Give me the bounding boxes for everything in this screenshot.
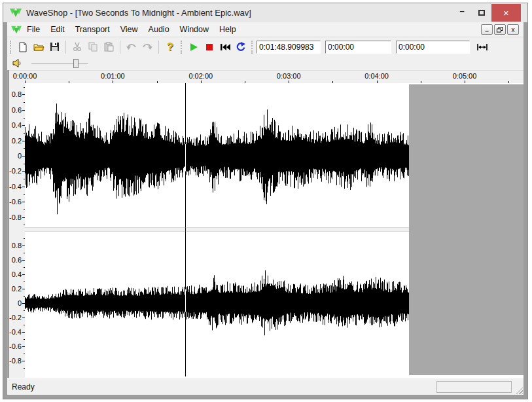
- menu-item-edit[interactable]: Edit: [45, 22, 70, 37]
- ruler-label: 0:02:00: [188, 72, 213, 80]
- mdi-restore-button[interactable]: [494, 24, 506, 35]
- amplitude-label: -0.6: [9, 198, 22, 206]
- menu-item-help[interactable]: Help: [214, 22, 241, 37]
- mdi-close-icon: x: [512, 26, 515, 33]
- redo-button[interactable]: [139, 39, 155, 55]
- wave-view[interactable]: [25, 83, 523, 378]
- client-area: File Edit Transport View Audio Window He…: [7, 22, 523, 395]
- toolbar-separator: [120, 41, 120, 54]
- ruler-label: 0:05:00: [453, 72, 477, 80]
- selection-start-field[interactable]: [325, 41, 391, 54]
- redo-arrow-icon: [142, 43, 152, 51]
- amplitude-label: 0.4: [12, 121, 22, 129]
- copy-icon: [88, 42, 98, 52]
- toolbar-gripper[interactable]: [10, 41, 12, 54]
- amplitude-label: -0.8: [9, 357, 22, 365]
- open-folder-icon: [33, 42, 44, 52]
- volume-bar: [7, 56, 523, 70]
- amplitude-label: 0: [18, 152, 22, 160]
- volume-track: [31, 63, 88, 64]
- loop-button[interactable]: [233, 39, 249, 55]
- playback-cursor[interactable]: [185, 83, 186, 376]
- rewind-icon: [220, 43, 231, 51]
- maximize-button[interactable]: [472, 4, 491, 22]
- loop-icon: [236, 42, 246, 52]
- document-system-menu-icon[interactable]: [11, 26, 22, 34]
- time-ruler[interactable]: 0:00:000:01:000:02:000:03:000:04:000:05:…: [7, 70, 523, 83]
- mdi-close-button[interactable]: x: [507, 24, 519, 35]
- volume-thumb[interactable]: [73, 59, 79, 68]
- menu-item-file[interactable]: File: [22, 22, 45, 37]
- status-bar: Ready: [7, 378, 523, 395]
- amplitude-label: -0.6: [9, 342, 22, 350]
- open-button[interactable]: [31, 39, 46, 55]
- amplitude-label: -0.2: [9, 167, 22, 175]
- close-button[interactable]: ×: [491, 4, 521, 22]
- volume-button[interactable]: [9, 56, 25, 71]
- menu-item-transport[interactable]: Transport: [70, 22, 115, 37]
- amplitude-label: 0.6: [12, 256, 22, 264]
- minimize-button[interactable]: –: [452, 4, 472, 22]
- paste-button[interactable]: [101, 39, 116, 55]
- ruler-label: 0:00:00: [13, 72, 37, 80]
- maximize-icon: [478, 10, 485, 16]
- speaker-icon: [12, 59, 22, 67]
- time-toolbar-gripper[interactable]: [251, 41, 253, 54]
- total-length-button[interactable]: [474, 39, 490, 55]
- undo-button[interactable]: [124, 39, 139, 55]
- save-floppy-icon: [50, 42, 60, 52]
- cut-scissors-icon: [73, 42, 82, 52]
- main-toolbar: ?: [7, 37, 523, 56]
- paste-clipboard-icon: [104, 42, 114, 52]
- amplitude-label: -0.4: [9, 183, 22, 191]
- amplitude-label: 0.2: [12, 137, 22, 145]
- position-field[interactable]: [257, 41, 321, 54]
- play-button[interactable]: [186, 39, 202, 55]
- waveshop-logo-icon: [10, 8, 22, 18]
- ruler-label: 0:04:00: [364, 72, 389, 80]
- transport-toolbar-gripper[interactable]: [181, 41, 183, 54]
- ruler-label: 0:01:00: [101, 72, 125, 80]
- amplitude-label: 0.6: [12, 106, 22, 114]
- stop-icon: [205, 43, 213, 51]
- selection-length-field[interactable]: [396, 41, 470, 54]
- toolbar-separator: [65, 41, 66, 54]
- volume-slider[interactable]: [31, 58, 88, 69]
- save-button[interactable]: [46, 39, 62, 55]
- rewind-button[interactable]: [217, 39, 233, 55]
- stop-button[interactable]: [202, 39, 217, 55]
- ruler-label: 0:03:00: [277, 72, 301, 80]
- new-button[interactable]: [15, 39, 31, 55]
- amplitude-label: -0.2: [9, 314, 22, 321]
- status-message: Ready: [12, 382, 35, 392]
- menu-item-audio[interactable]: Audio: [143, 22, 175, 37]
- amplitude-label: 0.8: [12, 242, 22, 249]
- play-icon: [189, 43, 198, 52]
- channel-divider: [25, 227, 409, 232]
- close-icon: ×: [503, 7, 509, 18]
- amplitude-label: 0: [18, 299, 22, 307]
- window-title: WaveShop - [Two Seconds To Midnight - Am…: [26, 8, 251, 18]
- waveshop-window: WaveShop - [Two Seconds To Midnight - Am…: [3, 3, 528, 399]
- help-question-icon: ?: [167, 41, 173, 53]
- undo-arrow-icon: [126, 43, 137, 51]
- amplitude-label: 0.2: [12, 285, 22, 293]
- menu-item-view[interactable]: View: [115, 22, 143, 37]
- wave-area: 0.80.60.40.20-0.2-0.4-0.6-0.80.80.60.40.…: [7, 83, 523, 378]
- copy-button[interactable]: [85, 39, 101, 55]
- new-document-icon: [18, 42, 28, 52]
- toolbar-separator: [158, 41, 159, 54]
- mdi-minimize-button[interactable]: –: [481, 24, 493, 35]
- amplitude-scale: 0.80.60.40.20-0.2-0.4-0.6-0.80.80.60.40.…: [10, 83, 25, 378]
- title-bar[interactable]: WaveShop - [Two Seconds To Midnight - Am…: [3, 3, 527, 22]
- mdi-restore-icon: [497, 27, 503, 33]
- help-button[interactable]: ?: [162, 39, 178, 55]
- amplitude-label: 0.4: [12, 270, 22, 278]
- amplitude-label: -0.8: [9, 213, 22, 221]
- menu-bar: File Edit Transport View Audio Window He…: [7, 22, 523, 37]
- menu-item-window[interactable]: Window: [175, 22, 214, 37]
- status-pane: [436, 381, 512, 393]
- end-of-file-region: [409, 84, 523, 375]
- resize-grip-icon[interactable]: [514, 386, 523, 394]
- cut-button[interactable]: [69, 39, 85, 55]
